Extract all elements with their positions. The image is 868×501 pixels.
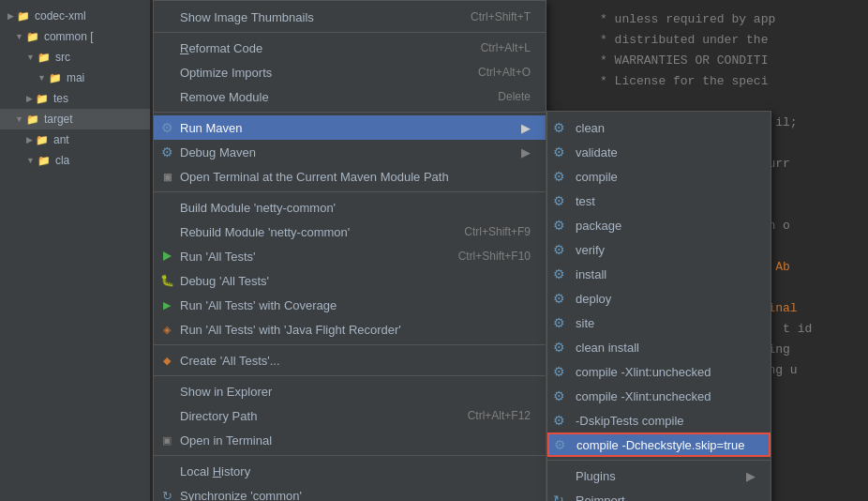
menu-item-rebuild-module[interactable]: Rebuild Module 'netty-common' Ctrl+Shift… [154, 220, 546, 244]
submenu-label: clean [576, 121, 605, 135]
menu-label: Directory Path [180, 409, 257, 423]
expand-arrow-icon: ▼ [15, 114, 23, 124]
menu-item-run-all-tests[interactable]: Run 'All Tests' Ctrl+Shift+F10 [154, 244, 546, 268]
menu-item-debug-all-tests[interactable]: 🐛 Debug 'All Tests' [154, 268, 546, 293]
terminal-icon: ▣ [159, 169, 174, 184]
menu-label: Debug 'All Tests' [180, 274, 269, 288]
submenu-item-validate[interactable]: ⚙ validate [547, 140, 771, 164]
context-menu: Show Image Thumbnails Ctrl+Shift+T Refor… [153, 0, 546, 501]
menu-label: Reformat Code [180, 41, 262, 55]
submenu-item-deploy[interactable]: ⚙ deploy [547, 286, 771, 311]
menu-item-open-terminal-maven[interactable]: ▣ Open Terminal at the Current Maven Mod… [154, 164, 546, 189]
sidebar-item-test[interactable]: ▶ 📁 tes [0, 88, 150, 109]
menu-item-run-all-tests-jfr[interactable]: ◈ Run 'All Tests' with 'Java Flight Reco… [154, 317, 546, 342]
sidebar-item-classes[interactable]: ▼ 📁 cla [0, 150, 150, 171]
menu-separator-6 [154, 455, 546, 456]
submenu-item-dskiptests[interactable]: ⚙ -DskipTests compile [547, 408, 771, 433]
expand-arrow-icon: ▼ [26, 156, 35, 165]
gear-icon: ⚙ [159, 144, 174, 159]
sidebar-item-ant[interactable]: ▶ 📁 ant [0, 129, 150, 150]
jfr-icon: ◈ [159, 322, 174, 337]
submenu-item-compile[interactable]: ⚙ compile [547, 164, 771, 189]
menu-item-debug-maven[interactable]: ⚙ Debug Maven ▶ [154, 140, 546, 164]
submenu-label: Reimport [576, 493, 625, 502]
sidebar-item-label: tes [53, 92, 68, 105]
menu-shortcut: Delete [470, 90, 531, 103]
sidebar-item-target[interactable]: ▼ 📁 target [0, 109, 150, 129]
expand-arrow-icon: ▼ [37, 73, 46, 83]
submenu-item-clean[interactable]: ⚙ clean [547, 115, 771, 140]
gear-icon: ⚙ [553, 364, 565, 379]
menu-item-build-module[interactable]: Build Module 'netty-common' [154, 195, 546, 220]
submenu-label: clean install [576, 341, 639, 355]
menu-item-create-all-tests[interactable]: ◆ Create 'All Tests'... [154, 348, 546, 372]
menu-label: Synchronize 'common' [180, 489, 302, 502]
folder-icon: 📁 [35, 132, 50, 147]
menu-label: Optimize Imports [180, 66, 272, 80]
menu-separator-2 [154, 112, 546, 113]
reimport-icon: ↻ [553, 493, 564, 501]
sidebar-item-src[interactable]: ▼ 📁 src [0, 47, 150, 68]
menu-label: Remove Module [180, 90, 269, 104]
menu-shortcut: Ctrl+Alt+O [450, 66, 531, 79]
submenu-item-package[interactable]: ⚙ package [547, 213, 771, 237]
submenu-item-verify[interactable]: ⚙ verify [547, 237, 771, 262]
submenu-item-compile-dcheckstyle[interactable]: ⚙ compile -Dcheckstyle.skip=true [547, 433, 771, 457]
submenu-item-install[interactable]: ⚙ install [547, 262, 771, 286]
menu-label: Create 'All Tests'... [180, 354, 280, 368]
submenu-label: compile [576, 170, 618, 184]
menu-item-open-in-terminal[interactable]: ▣ Open in Terminal [154, 428, 546, 452]
sidebar-item-label: mai [67, 71, 84, 84]
menu-shortcut: Ctrl+Shift+T [442, 10, 531, 23]
sidebar-item-label: codec-xml [35, 9, 86, 23]
menu-shortcut: Ctrl+Alt+L [453, 41, 531, 54]
submenu-item-compile-xlint2[interactable]: ⚙ compile -Xlint:unchecked [547, 384, 771, 408]
gear-icon: ⚙ [553, 340, 565, 355]
submenu-item-compile-xlint1[interactable]: ⚙ compile -Xlint:unchecked [547, 359, 771, 384]
menu-item-show-image-thumbnails[interactable]: Show Image Thumbnails Ctrl+Shift+T [154, 5, 546, 29]
menu-item-run-maven[interactable]: ⚙ Run Maven ▶ [154, 115, 546, 140]
menu-item-reformat-code[interactable]: Reformat Code Ctrl+Alt+L [154, 36, 546, 60]
submenu-item-site[interactable]: ⚙ site [547, 311, 771, 335]
create-icon: ◆ [159, 353, 174, 368]
menu-item-remove-module[interactable]: Remove Module Delete [154, 84, 546, 109]
menu-item-run-all-tests-coverage[interactable]: ▶ Run 'All Tests' with Coverage [154, 293, 546, 317]
folder-icon: 📁 [37, 153, 52, 168]
submenu-item-test[interactable]: ⚙ test [547, 189, 771, 213]
submenu-label: compile -Xlint:unchecked [576, 389, 711, 403]
submenu-label: site [576, 316, 594, 330]
menu-item-synchronize[interactable]: ↻ Synchronize 'common' [154, 483, 546, 501]
expand-arrow-icon: ▶ [26, 94, 33, 103]
terminal2-icon: ▣ [159, 433, 174, 448]
menu-shortcut: Ctrl+Alt+F12 [440, 409, 531, 422]
submenu-item-plugins[interactable]: ⚙ Plugins ▶ [547, 463, 771, 488]
folder-icon: 📁 [16, 8, 31, 23]
submenu-separator [547, 460, 771, 461]
sidebar-item-main[interactable]: ▼ 📁 mai [0, 68, 150, 88]
gear-icon: ⚙ [553, 144, 565, 159]
gear-icon: ⚙ [553, 388, 565, 403]
menu-label: Build Module 'netty-common' [180, 201, 336, 215]
sidebar-item-codec-xml[interactable]: ▶ 📁 codec-xml [0, 6, 150, 26]
menu-separator-4 [154, 344, 546, 345]
submenu-label: validate [576, 145, 618, 159]
maven-submenu: ⚙ clean ⚙ validate ⚙ compile ⚙ test ⚙ pa… [546, 111, 771, 501]
submenu-item-clean-install[interactable]: ⚙ clean install [547, 335, 771, 359]
menu-item-local-history[interactable]: Local History [154, 459, 546, 483]
menu-item-optimize-imports[interactable]: Optimize Imports Ctrl+Alt+O [154, 60, 546, 84]
menu-label: Run 'All Tests' with Coverage [180, 298, 337, 312]
sidebar-item-common[interactable]: ▼ 📁 common [ [0, 26, 150, 47]
submenu-item-reimport[interactable]: ↻ Reimport [547, 488, 771, 501]
submenu-label: package [576, 219, 621, 233]
menu-label: Run Maven [180, 121, 242, 135]
gear-icon: ⚙ [553, 218, 565, 233]
menu-label: Rebuild Module 'netty-common' [180, 225, 350, 239]
menu-item-show-in-explorer[interactable]: Show in Explorer [154, 379, 546, 403]
sidebar-item-label: src [55, 51, 70, 64]
menu-separator-3 [154, 191, 546, 192]
sidebar-item-label: target [44, 113, 73, 126]
code-line-1: * unless required by app [600, 9, 855, 30]
menu-item-directory-path[interactable]: Directory Path Ctrl+Alt+F12 [154, 403, 546, 428]
gear-icon: ⚙ [553, 193, 565, 208]
run-icon [159, 249, 174, 264]
